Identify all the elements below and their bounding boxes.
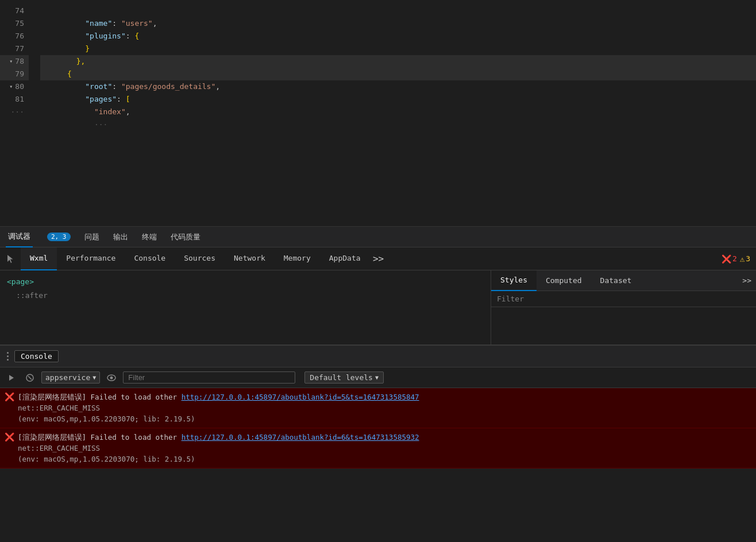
line-number-80[interactable]: ▾ 80 <box>0 80 29 93</box>
tab-wxml[interactable]: Wxml <box>21 247 57 270</box>
code-editor: 74 75 76 77 ▾ 78 79 ▾ 80 81 ··· "name": … <box>0 0 756 227</box>
drag-dot-1 <box>7 352 9 354</box>
code-line-78: { <box>40 55 756 68</box>
svg-marker-0 <box>9 375 14 381</box>
styles-tabs: Styles Computed Dataset >> <box>491 270 756 291</box>
line-numbers: 74 75 76 77 ▾ 78 79 ▾ 80 81 ··· <box>0 0 34 226</box>
console-tab-label[interactable]: Console <box>14 350 59 362</box>
tab-appdata[interactable]: AppData <box>320 247 370 270</box>
line-number-74: 74 <box>0 5 29 17</box>
code-line-74: "name": "users", <box>40 5 756 17</box>
svg-line-2 <box>28 376 32 380</box>
line-number-77: 77 <box>0 42 29 55</box>
console-toolbar: appservice ▼ Default levels ▼ <box>0 367 756 388</box>
code-line-81: "index", <box>40 93 756 106</box>
wxml-panel: <page> ::after <box>0 270 491 344</box>
line-number-79: 79 <box>0 68 29 80</box>
cursor-tool-icon[interactable] <box>0 247 21 270</box>
toolbar: 调试器 2, 3 问题 输出 终端 代码质量 <box>0 227 756 247</box>
error-link-2[interactable]: http://127.0.0.1:45897/aboutblank?id=6&t… <box>182 433 419 442</box>
line-number-76: 76 <box>0 30 29 42</box>
devtools-tabs-left: Wxml Performance Console Sources Network… <box>0 247 722 270</box>
console-section: Console appservice ▼ Default l <box>0 345 756 469</box>
error-count-badge: ❌ 2 <box>722 254 737 264</box>
line-number-75: 75 <box>0 17 29 30</box>
eye-icon[interactable] <box>105 371 118 385</box>
warning-triangle-icon: ⚠ <box>740 254 745 264</box>
styles-panel: Styles Computed Dataset >> Filter <box>491 270 756 344</box>
default-levels-select[interactable]: Default levels ▼ <box>304 371 384 384</box>
drag-handle[interactable] <box>5 350 11 363</box>
error-row-1: ❌ [渲染层网络层错误] Failed to load other http:/… <box>0 388 756 428</box>
tab-console[interactable]: Console <box>125 247 175 270</box>
error-messages: ❌ [渲染层网络层错误] Failed to load other http:/… <box>0 388 756 469</box>
code-line-more: ··· <box>40 106 756 118</box>
stop-button[interactable] <box>23 371 37 385</box>
toolbar-tab-terminal[interactable]: 终端 <box>140 227 159 247</box>
code-line-79: "root": "pages/goods_details", <box>40 68 756 80</box>
error-text-1: [渲染层网络层错误] Failed to load other http://1… <box>18 392 419 424</box>
styles-filter-bar: Filter <box>491 291 756 307</box>
error-icon-1: ❌ <box>5 392 14 401</box>
error-icon-2: ❌ <box>5 432 14 442</box>
run-button[interactable] <box>5 371 18 385</box>
toolbar-tab-debugger[interactable]: 调试器 <box>6 227 33 247</box>
styles-tab-dataset[interactable]: Dataset <box>591 270 641 291</box>
styles-more-icon[interactable]: >> <box>742 276 756 285</box>
collapse-chevron-78[interactable]: ▾ <box>9 55 13 68</box>
devtools-tabs-row: Wxml Performance Console Sources Network… <box>0 247 756 270</box>
toolbar-tab-codequality[interactable]: 代码质量 <box>168 227 203 247</box>
line-number-81: 81 <box>0 93 29 106</box>
more-tabs-icon[interactable]: >> <box>370 247 387 270</box>
levels-dropdown-icon: ▼ <box>375 374 379 381</box>
code-line-77: }, <box>40 42 756 55</box>
badge-2-3: 2, 3 <box>47 233 71 241</box>
code-line-76: } <box>40 30 756 42</box>
error-circle-icon: ❌ <box>722 254 731 264</box>
error-link-1[interactable]: http://127.0.0.1:45897/aboutblank?id=5&t… <box>182 393 419 401</box>
drag-dot-3 <box>7 359 9 361</box>
error-row-2: ❌ [渲染层网络层错误] Failed to load other http:/… <box>0 428 756 469</box>
line-number-dots: ··· <box>0 106 29 118</box>
line-number-78[interactable]: ▾ 78 <box>0 55 29 68</box>
console-filter-input[interactable] <box>123 371 295 384</box>
collapse-chevron-80[interactable]: ▾ <box>9 80 13 93</box>
svg-point-4 <box>110 376 113 379</box>
tab-sources[interactable]: Sources <box>175 247 225 270</box>
devtools-tabs-right: ❌ 2 ⚠ 3 <box>722 254 756 264</box>
tab-performance[interactable]: Performance <box>57 247 125 270</box>
appservice-select[interactable]: appservice ▼ <box>41 371 100 384</box>
error-text-2: [渲染层网络层错误] Failed to load other http://1… <box>18 432 419 464</box>
code-content: "name": "users", "plugins": { } }, { "ro… <box>34 0 756 226</box>
wxml-node-page[interactable]: <page> <box>0 275 491 289</box>
wxml-node-after[interactable]: ::after <box>0 289 491 303</box>
toolbar-badge-2-3[interactable]: 2, 3 <box>42 227 73 247</box>
toolbar-tab-output[interactable]: 输出 <box>111 227 130 247</box>
tab-network[interactable]: Network <box>225 247 275 270</box>
styles-tab-styles[interactable]: Styles <box>491 270 537 291</box>
devtools-panels: <page> ::after Styles Computed Dataset >… <box>0 270 756 345</box>
tab-memory[interactable]: Memory <box>275 247 320 270</box>
drag-dot-2 <box>7 355 9 357</box>
dropdown-chevron-icon: ▼ <box>92 374 96 381</box>
warning-count-badge: ⚠ 3 <box>740 254 750 264</box>
console-header: Console <box>0 346 756 367</box>
styles-tab-computed[interactable]: Computed <box>537 270 591 291</box>
toolbar-tab-problems[interactable]: 问题 <box>82 227 102 247</box>
